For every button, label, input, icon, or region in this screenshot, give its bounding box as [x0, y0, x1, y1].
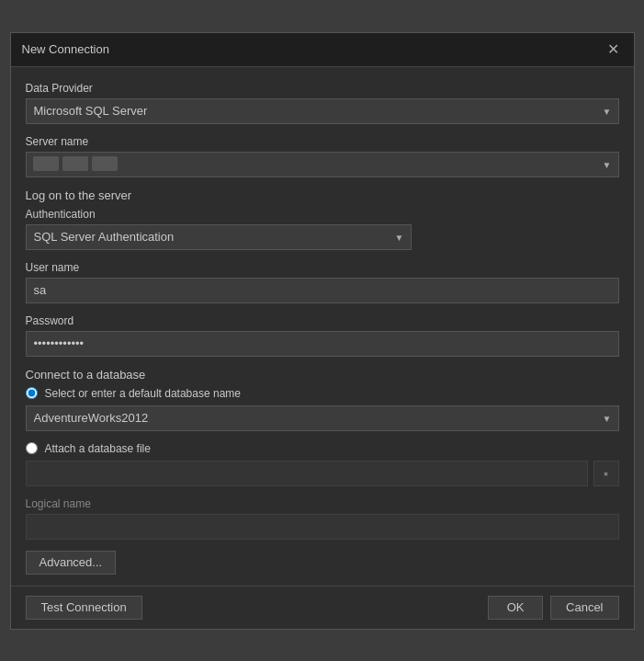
test-connection-button[interactable]: Test Connection [26, 596, 142, 620]
authentication-group: Authentication SQL Server Authentication… [26, 208, 412, 250]
server-name-label: Server name [26, 135, 619, 148]
title-bar: New Connection ✕ [11, 33, 634, 67]
logical-name-label: Logical name [26, 497, 619, 510]
folder-icon: ▪ [604, 466, 608, 481]
database-select-wrap: AdventureWorks2012mastermodelmsdbtempdb … [26, 405, 619, 431]
logical-name-group: Logical name [26, 497, 619, 540]
radio-select-db-label[interactable]: Select or enter a default database name [26, 387, 619, 400]
advanced-section: Advanced... [26, 551, 619, 586]
data-provider-select-wrap: Microsoft SQL Server.NET Framework Data … [26, 98, 619, 124]
database-select[interactable]: AdventureWorks2012mastermodelmsdbtempdb [26, 405, 619, 431]
browse-button[interactable]: ▪ [593, 461, 619, 486]
footer: Test Connection OK Cancel [11, 587, 634, 629]
data-provider-select[interactable]: Microsoft SQL Server.NET Framework Data … [26, 98, 619, 124]
log-on-title: Log on to the server [26, 188, 619, 202]
authentication-select[interactable]: SQL Server AuthenticationWindows Authent… [26, 224, 412, 250]
close-button[interactable]: ✕ [604, 40, 623, 59]
data-provider-group: Data Provider Microsoft SQL Server.NET F… [26, 82, 619, 124]
ok-button[interactable]: OK [488, 596, 543, 620]
data-provider-label: Data Provider [26, 82, 619, 95]
authentication-label: Authentication [26, 208, 412, 221]
username-input[interactable] [26, 278, 619, 303]
radio-attach-file-text: Attach a database file [45, 442, 151, 455]
dialog-title: New Connection [22, 42, 109, 56]
radio-select-db-text: Select or enter a default database name [45, 387, 241, 400]
advanced-button[interactable]: Advanced... [26, 551, 117, 575]
connect-db-title: Connect to a database [26, 368, 619, 382]
username-label: User name [26, 261, 619, 274]
new-connection-dialog: New Connection ✕ Data Provider Microsoft… [10, 32, 635, 630]
password-group: Password [26, 314, 619, 357]
logical-name-input[interactable] [26, 514, 619, 540]
attach-file-input[interactable] [26, 461, 588, 486]
radio-attach-file-label[interactable]: Attach a database file [26, 442, 619, 455]
authentication-select-wrap: SQL Server AuthenticationWindows Authent… [26, 224, 412, 250]
attach-file-row: ▪ [26, 461, 619, 486]
username-group: User name [26, 261, 619, 303]
server-name-select-wrap: ▼ [26, 152, 619, 177]
footer-right-buttons: OK Cancel [488, 596, 618, 620]
password-label: Password [26, 314, 619, 327]
dialog-content: Data Provider Microsoft SQL Server.NET F… [11, 67, 634, 586]
connect-db-section: Connect to a database Select or enter a … [26, 368, 619, 540]
password-input[interactable] [26, 331, 619, 357]
server-name-group: Server name ▼ [26, 135, 619, 177]
log-on-section: Log on to the server Authentication SQL … [26, 188, 619, 357]
cancel-button[interactable]: Cancel [550, 596, 618, 620]
radio-attach-file[interactable] [26, 442, 38, 454]
server-name-select[interactable] [26, 152, 619, 177]
radio-select-db[interactable] [26, 387, 38, 399]
